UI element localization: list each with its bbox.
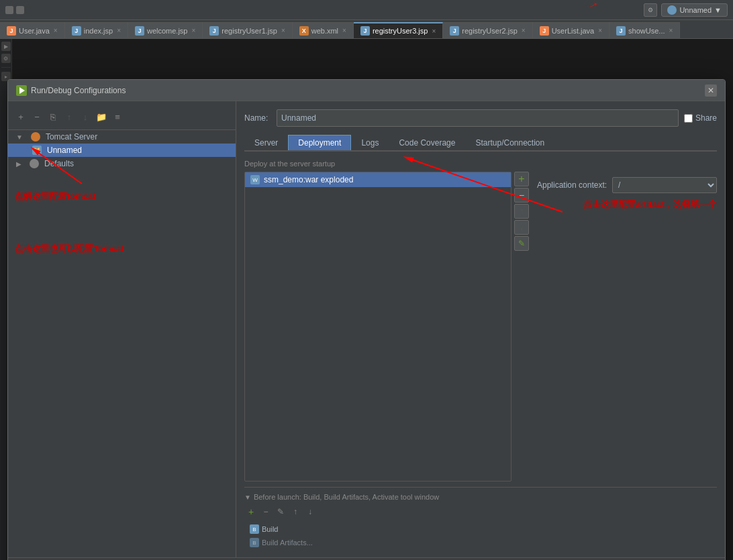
- run-debug-dialog: Run/Debug Configurations ✕ + − ⎘ ↑ ↓ 📁: [7, 79, 726, 560]
- tab-registry2-jsp[interactable]: J registryUser2.jsp ×: [443, 22, 532, 38]
- tree-tomcat-server[interactable]: ▼ Tomcat Server: [8, 130, 236, 144]
- jsp-icon: J: [616, 26, 626, 36]
- ide-main: ▶ ⚙ ▸ Run/Debug Configurations ✕: [0, 39, 733, 560]
- expand-chevron: ▼: [16, 133, 23, 141]
- tab-close[interactable]: ×: [54, 27, 58, 34]
- bl-build-icon: B: [250, 524, 259, 534]
- tab-deployment-label: Deployment: [298, 138, 341, 148]
- dialog-close-button[interactable]: ✕: [705, 85, 717, 97]
- tab-label: showUse...: [628, 27, 665, 35]
- tab-close[interactable]: ×: [669, 27, 673, 34]
- name-input[interactable]: [277, 109, 679, 127]
- share-checkbox: Share: [684, 113, 717, 123]
- dialog-body: + − ⎘ ↑ ↓ 📁 ≡ ▼ Tomcat Server: [8, 101, 725, 557]
- tab-web-xml[interactable]: X web.xml ×: [293, 22, 354, 38]
- menu-icon[interactable]: [5, 6, 13, 14]
- dialog-overlay: Run/Debug Configurations ✕ + − ⎘ ↑ ↓ 📁: [0, 39, 733, 560]
- name-label: Name:: [244, 113, 271, 123]
- arrow-to-unnamed: [15, 144, 115, 197]
- up-config-button[interactable]: ↑: [62, 109, 77, 124]
- tab-registry3-jsp[interactable]: J registryUser3.jsp ×: [354, 22, 443, 38]
- tab-logs-label: Logs: [361, 138, 379, 148]
- tab-close[interactable]: ×: [342, 27, 346, 34]
- down-config-button[interactable]: ↓: [78, 109, 93, 124]
- copy-config-button[interactable]: ⎘: [46, 109, 60, 124]
- dropdown-icon: ▼: [714, 6, 722, 14]
- bl-edit-button[interactable]: ✎: [274, 505, 287, 518]
- name-row: Name: Share: [244, 109, 717, 127]
- tab-showuse-jsp[interactable]: J showUse... ×: [609, 22, 680, 38]
- tab-server[interactable]: Server: [244, 135, 288, 150]
- dialog-titlebar: Run/Debug Configurations ✕: [8, 80, 725, 101]
- jsp-icon: J: [135, 26, 144, 36]
- tab-welcome-jsp[interactable]: J welcome.jsp ×: [128, 22, 203, 38]
- tab-logs[interactable]: Logs: [351, 135, 389, 150]
- tab-code-coverage-label: Code Coverage: [399, 138, 455, 148]
- tab-label: index.jsp: [84, 27, 113, 35]
- tab-bar: J User.java × J index.jsp × J welcome.js…: [0, 20, 733, 39]
- bl-build2-icon: B: [250, 538, 259, 547]
- tab-userlist-java[interactable]: J UserList.java ×: [533, 22, 609, 38]
- deploy-up-button[interactable]: ↑: [514, 204, 529, 219]
- tab-label: registryUser2.jsp: [462, 27, 518, 35]
- bl-item2-label: Build Artifacts...: [262, 539, 313, 547]
- tab-close[interactable]: ×: [432, 27, 436, 35]
- tab-close[interactable]: ×: [192, 27, 196, 34]
- deploy-edit-button[interactable]: ✎: [514, 236, 529, 251]
- bl-up-button[interactable]: ↑: [289, 505, 302, 518]
- bl-item-build2: B Build Artifacts...: [244, 536, 717, 549]
- run-icon[interactable]: [16, 6, 24, 14]
- add-config-button[interactable]: +: [13, 109, 28, 124]
- deploy-add-button[interactable]: +: [514, 172, 529, 186]
- tab-server-label: Server: [254, 138, 278, 148]
- dialog-footer: ? Show this page Activate tool window OK…: [8, 557, 725, 560]
- before-launch-collapse[interactable]: ▼: [244, 494, 251, 501]
- tab-close[interactable]: ×: [522, 27, 526, 34]
- topbar-icons: [5, 6, 24, 14]
- annotation-arrow: →: [585, 0, 602, 14]
- deploy-remove-button[interactable]: −: [514, 188, 529, 203]
- folder-config-button[interactable]: 📁: [94, 109, 109, 124]
- tab-close[interactable]: ×: [117, 27, 121, 34]
- share-label: Share: [695, 113, 717, 123]
- share-check[interactable]: [684, 114, 693, 123]
- before-launch-header: ▼ Before launch: Build, Build Artifacts,…: [244, 493, 717, 501]
- tab-close[interactable]: ×: [598, 27, 602, 34]
- remove-config-button[interactable]: −: [30, 109, 44, 124]
- tab-code-coverage[interactable]: Code Coverage: [389, 135, 465, 150]
- before-launch-title: Before launch: Build, Build Artifacts, A…: [254, 493, 439, 501]
- tab-index-jsp[interactable]: J index.jsp ×: [65, 22, 128, 38]
- svg-line-3: [35, 150, 82, 184]
- tab-label: welcome.jsp: [147, 27, 188, 35]
- bl-add-button[interactable]: +: [244, 505, 258, 518]
- before-launch-section: ▼ Before launch: Build, Build Artifacts,…: [244, 487, 717, 549]
- tab-deployment[interactable]: Deployment: [288, 135, 351, 150]
- bl-down-button[interactable]: ↓: [303, 505, 317, 518]
- run-debug-icon: [16, 85, 27, 96]
- deploy-list-container: W ssm_demo:war exploded: [244, 172, 511, 482]
- java-icon: J: [7, 26, 16, 36]
- tomcat-icon: [31, 132, 40, 142]
- jsp-icon: J: [209, 26, 219, 36]
- app-context-panel: Application context: /: [529, 172, 717, 482]
- bl-remove-button[interactable]: −: [259, 505, 273, 518]
- tab-close[interactable]: ×: [281, 27, 285, 34]
- deploy-down-button[interactable]: ↓: [514, 220, 529, 235]
- sort-config-button[interactable]: ≡: [110, 109, 125, 124]
- tab-label: web.xml: [311, 27, 338, 35]
- deploy-section: W ssm_demo:war exploded + − ↑ ↓ ✎: [244, 172, 717, 482]
- bl-toolbar: + − ✎ ↑ ↓: [244, 505, 717, 518]
- deploy-item-icon: W: [250, 175, 260, 184]
- tab-startup-connection[interactable]: Startup/Connection: [465, 135, 554, 150]
- app-context-select[interactable]: /: [612, 177, 717, 193]
- ide-topbar: → ⚙ Unnamed ▼: [0, 0, 733, 20]
- annotations-area: 点解这里配置tomcat: [8, 184, 236, 209]
- tab-user-java[interactable]: J User.java ×: [0, 22, 65, 38]
- deploy-item-0[interactable]: W ssm_demo:war exploded: [245, 172, 511, 187]
- config-toolbar: + − ⎘ ↑ ↓ 📁 ≡: [8, 107, 236, 130]
- deploy-side-buttons: + − ↑ ↓ ✎: [514, 172, 529, 482]
- tab-registry1-jsp[interactable]: J registryUser1.jsp ×: [203, 22, 292, 38]
- profile-button[interactable]: Unnamed ▼: [661, 3, 728, 17]
- jsp-icon: J: [72, 26, 81, 36]
- app-context-row: Application context: /: [537, 172, 717, 199]
